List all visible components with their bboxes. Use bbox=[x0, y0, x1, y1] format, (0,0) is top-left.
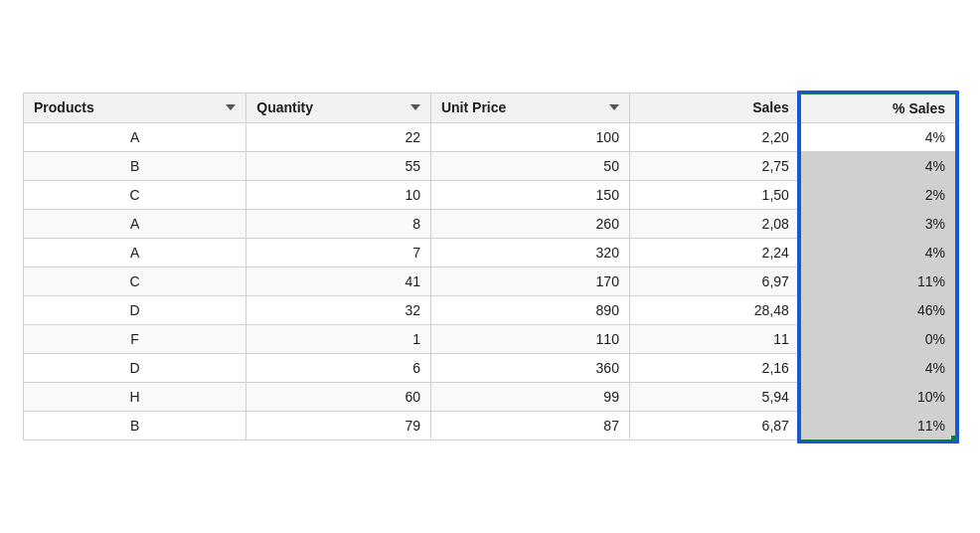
cell-product: C bbox=[24, 266, 246, 295]
fill-handle[interactable] bbox=[951, 436, 959, 444]
filter-arrow-products[interactable] bbox=[226, 104, 236, 110]
filter-arrow-quantity[interactable] bbox=[410, 104, 420, 110]
cell-unit-price: 320 bbox=[430, 238, 629, 266]
cell-sales: 6,97 bbox=[629, 266, 799, 295]
cell-product: A bbox=[24, 238, 246, 266]
table-row: B79876,8711% bbox=[24, 411, 957, 441]
cell-quantity: 22 bbox=[246, 122, 431, 151]
cell-sales: 2,20 bbox=[629, 122, 799, 151]
cell-unit-price: 150 bbox=[430, 180, 629, 209]
cell-pct-sales[interactable]: 4% bbox=[800, 151, 956, 180]
header-label-sales: Sales bbox=[752, 99, 789, 115]
cell-product: A bbox=[24, 122, 246, 151]
cell-product: D bbox=[24, 353, 246, 382]
spreadsheet: Products Quantity Unit Price bbox=[23, 92, 957, 442]
cell-quantity: 32 bbox=[246, 295, 431, 324]
cell-quantity: 10 bbox=[246, 180, 431, 209]
cell-product: H bbox=[24, 382, 246, 411]
cell-quantity: 7 bbox=[246, 238, 431, 266]
cell-unit-price: 100 bbox=[430, 122, 629, 151]
table-row: B55502,754% bbox=[24, 151, 957, 180]
cell-unit-price: 890 bbox=[430, 295, 629, 324]
header-label-unit-price: Unit Price bbox=[441, 99, 506, 115]
header-label-quantity: Quantity bbox=[256, 99, 313, 115]
col-header-products[interactable]: Products bbox=[24, 93, 246, 123]
cell-pct-sales[interactable]: 0% bbox=[800, 324, 956, 353]
cell-sales: 28,48 bbox=[629, 295, 799, 324]
cell-quantity: 8 bbox=[246, 209, 431, 238]
cell-product: B bbox=[24, 411, 246, 441]
cell-unit-price: 260 bbox=[430, 209, 629, 238]
table-row: D63602,164% bbox=[24, 353, 957, 382]
cell-product: C bbox=[24, 180, 246, 209]
cell-product: A bbox=[24, 209, 246, 238]
header-label-products: Products bbox=[34, 99, 94, 115]
cell-unit-price: 360 bbox=[430, 353, 629, 382]
cell-quantity: 1 bbox=[246, 324, 431, 353]
cell-pct-sales[interactable]: 2% bbox=[800, 180, 956, 209]
cell-sales: 2,24 bbox=[629, 238, 799, 266]
cell-sales: 2,16 bbox=[629, 353, 799, 382]
table-row: H60995,9410% bbox=[24, 382, 957, 411]
cell-sales: 11 bbox=[629, 324, 799, 353]
cell-sales: 2,75 bbox=[629, 151, 799, 180]
header-label-pct-sales: % Sales bbox=[893, 100, 945, 116]
cell-pct-sales[interactable]: 46% bbox=[800, 295, 956, 324]
cell-pct-sales[interactable]: 3% bbox=[800, 209, 956, 238]
cell-quantity: 55 bbox=[246, 151, 431, 180]
cell-unit-price: 50 bbox=[430, 151, 629, 180]
table-row: A73202,244% bbox=[24, 238, 957, 266]
cell-sales: 2,08 bbox=[629, 209, 799, 238]
cell-pct-sales[interactable]: 4% bbox=[800, 122, 956, 151]
cell-pct-sales[interactable]: 11% bbox=[800, 266, 956, 295]
cell-pct-sales[interactable]: 10% bbox=[800, 382, 956, 411]
cell-sales: 6,87 bbox=[629, 411, 799, 441]
cell-product: D bbox=[24, 295, 246, 324]
table-row: A82602,083% bbox=[24, 209, 957, 238]
cell-pct-sales[interactable]: 11% bbox=[800, 411, 956, 441]
cell-product: B bbox=[24, 151, 246, 180]
cell-unit-price: 110 bbox=[430, 324, 629, 353]
cell-unit-price: 170 bbox=[430, 266, 629, 295]
table-row: C411706,9711% bbox=[24, 266, 957, 295]
cell-unit-price: 87 bbox=[430, 411, 629, 441]
cell-pct-sales[interactable]: 4% bbox=[800, 353, 956, 382]
cell-quantity: 41 bbox=[246, 266, 431, 295]
col-header-quantity[interactable]: Quantity bbox=[246, 93, 431, 123]
cell-unit-price: 99 bbox=[430, 382, 629, 411]
table-row: D3289028,4846% bbox=[24, 295, 957, 324]
cell-quantity: 6 bbox=[246, 353, 431, 382]
cell-sales: 1,50 bbox=[629, 180, 799, 209]
cell-product: F bbox=[24, 324, 246, 353]
col-header-sales[interactable]: Sales bbox=[629, 93, 799, 123]
cell-quantity: 79 bbox=[246, 411, 431, 441]
table-row: F1110110% bbox=[24, 324, 957, 353]
cell-sales: 5,94 bbox=[629, 382, 799, 411]
filter-arrow-unit-price[interactable] bbox=[609, 104, 619, 110]
table-row: A221002,204% bbox=[24, 122, 957, 151]
col-header-unit-price[interactable]: Unit Price bbox=[430, 93, 629, 123]
cell-pct-sales[interactable]: 4% bbox=[800, 238, 956, 266]
cell-quantity: 60 bbox=[246, 382, 431, 411]
col-header-pct-sales[interactable]: % Sales bbox=[800, 93, 956, 123]
data-table: Products Quantity Unit Price bbox=[23, 92, 957, 442]
table-row: C101501,502% bbox=[24, 180, 957, 209]
